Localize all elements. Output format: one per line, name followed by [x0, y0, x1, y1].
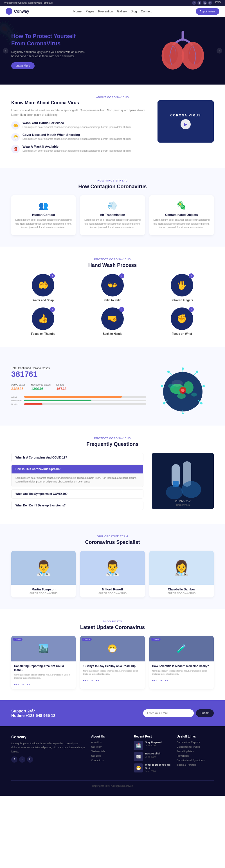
handwash-step-3: 👍 4 Focus on Thumbs: [11, 307, 75, 335]
about-grid: Know More About Corona Virus Lorem ipsum…: [11, 100, 214, 157]
team-info-1: Milford Runoff SUPER CORONAVIRUS: [80, 585, 145, 597]
about-item-1-title: Cover Nose and Mouth When Sneezing: [23, 133, 132, 136]
svg-point-27: [163, 402, 165, 404]
footer-brand-desc: Nam quis ipsum tristique fames nibh impe…: [11, 741, 85, 753]
handwash-label-2: Between Fingers: [150, 299, 214, 302]
appointment-button[interactable]: Appointment: [196, 8, 219, 14]
read-more-0[interactable]: READ MORE: [14, 683, 30, 686]
nav-prevention[interactable]: Prevention: [98, 9, 113, 13]
blog-card-0: 🏙️ COVID Consulting Reporting Area Not C…: [11, 636, 76, 689]
stats-active-value: 348525: [11, 386, 23, 391]
nav-blog[interactable]: Blog: [131, 9, 137, 13]
footer-link-about[interactable]: About Us: [91, 741, 128, 744]
faq-question-3[interactable]: What Do I Do If I Develop Symptoms?: [11, 501, 143, 510]
svg-point-29: [182, 412, 184, 414]
newsletter-text: Support 24/7 Hotline +123 548 965 12: [11, 709, 55, 718]
social-tw[interactable]: t: [197, 1, 201, 5]
blog-tag-2: COVID: [151, 638, 160, 641]
footer-link-illness[interactable]: Illness & Partners: [177, 764, 214, 766]
contagion-title: How Contagion Coronavirus: [11, 184, 214, 190]
svg-point-13: [181, 389, 185, 392]
read-more-1[interactable]: READ MORE: [83, 679, 99, 682]
about-description: Lorem ipsum dolor sit amet consectetur a…: [11, 108, 149, 117]
contagion-card-2-title: Contaminated Objects: [153, 213, 210, 216]
handwash-num-2: 3: [189, 273, 194, 278]
stats-left: Total Confirmed Corona Cases 381761 Acti…: [11, 367, 146, 406]
video-play-button[interactable]: ▶: [181, 119, 191, 129]
footer-link-prevention[interactable]: Prevention: [177, 754, 214, 757]
handwash-num-4: 5: [119, 307, 124, 312]
stats-recovered: Recovered cases 139046: [31, 383, 51, 391]
hero-next-arrow[interactable]: ›: [217, 48, 222, 54]
hero-learn-more-button[interactable]: Learn More: [11, 62, 35, 69]
svg-point-37: [166, 485, 183, 499]
svg-text:Coronavirus: Coronavirus: [176, 504, 190, 506]
stats-bars: Active Recovered Deaths: [11, 396, 146, 406]
footer-social-in[interactable]: in: [27, 756, 33, 763]
contagion-card-0: 👥 Human Contact Lorem ipsum dolor sit am…: [11, 195, 76, 235]
newsletter-section: Support 24/7 Hotline +123 548 965 12 Sub…: [0, 700, 225, 726]
newsletter-submit-button[interactable]: Submit: [196, 709, 214, 717]
stats-label: Total Confirmed Corona Cases: [11, 367, 146, 370]
hero-prev-arrow[interactable]: ‹: [3, 48, 8, 54]
social-yt[interactable]: ▶: [208, 1, 212, 5]
lang-selector[interactable]: ENG: [215, 1, 221, 5]
svg-line-16: [194, 373, 196, 375]
handwash-step-2: 🖐️ 3 Between Fingers: [150, 274, 214, 302]
social-fb[interactable]: f: [192, 1, 196, 5]
faq-answer-1: Lorem ipsum dolor sit amet consectetur a…: [11, 473, 143, 487]
bar-active-label: Active: [11, 396, 23, 398]
contagion-cards: 👥 Human Contact Lorem ipsum dolor sit am…: [11, 195, 214, 235]
footer-link-reports[interactable]: Coronavirus Reports: [177, 741, 214, 744]
social-in[interactable]: in: [203, 1, 207, 5]
footer-link-constitutional[interactable]: Constitutional Symptoms: [177, 759, 214, 762]
handwash-label-3: Focus on Thumbs: [11, 332, 75, 335]
newsletter-email-input[interactable]: [143, 709, 194, 717]
footer-link-guidelines[interactable]: Guidelines for Public: [177, 745, 214, 748]
footer-link-contact[interactable]: Contact Us: [91, 759, 128, 762]
contaminated-objects-icon: 🦠: [153, 201, 210, 210]
read-more-2[interactable]: READ MORE: [152, 679, 168, 682]
human-contact-icon: 👥: [15, 201, 72, 210]
footer-about-links: About Us Our Team Testimonials Our Blog …: [91, 741, 128, 762]
footer-link-blog[interactable]: Our Blog: [91, 754, 128, 757]
footer-link-team[interactable]: Our Team: [91, 745, 128, 748]
contagion-card-2-text: Lorem ipsum dolor sit amet consectetur a…: [153, 218, 210, 230]
stats-deaths: Deaths 16743: [56, 383, 66, 391]
nav-pages[interactable]: Pages: [85, 9, 94, 13]
blog-card-2: 🧪 COVID How Scientific Is Modern Medicin…: [149, 636, 214, 689]
handwash-num-5: 6: [189, 307, 194, 312]
about-video[interactable]: CORONA VIRUS ▶: [157, 100, 214, 143]
footer-useful-links: Coronavirus Reports Guidelines for Publi…: [177, 741, 214, 766]
footer-link-travel[interactable]: Travel Updates: [177, 750, 214, 753]
contagion-card-0-text: Lorem ipsum dolor sit amet consectetur a…: [15, 218, 72, 230]
footer-post-img-0: 🏥: [134, 741, 143, 750]
footer-link-testimonials[interactable]: Testimonials: [91, 750, 128, 753]
footer-social-tw[interactable]: t: [19, 756, 25, 763]
footer-post-title-2: What to Do If You are Sick: [145, 764, 171, 770]
faq-question-2[interactable]: What Are The Symptoms of COVID-19?: [11, 490, 143, 498]
stats-active-label: Active cases: [11, 383, 26, 386]
faq-question-1[interactable]: How Is This Coronavirus Spread?: [11, 465, 143, 473]
faq-image: 2019-nCoV Coronavirus: [152, 453, 214, 509]
footer-post-img-1: 📰: [134, 752, 143, 761]
handwash-step-5: ✊ 6 Focus on Wrist: [150, 307, 214, 335]
footer-recent-col: Recent Post 🏥 Stay Prepared June 2020 📰 …: [134, 735, 171, 775]
footer-social-fb[interactable]: f: [11, 756, 17, 763]
blog-body-0: Consulting Reporting Area Not Could More…: [11, 661, 76, 689]
svg-point-15: [182, 368, 184, 370]
nav-gallery[interactable]: Gallery: [117, 9, 127, 13]
blog-body-2: How Scientific Is Modern Medicine Really…: [149, 661, 214, 685]
blog-text-0: Nam quis ipsum tristique fames nib. Lore…: [14, 673, 73, 679]
faq-content: What Is A Coronavirus And COVID-19? How …: [11, 453, 214, 513]
svg-point-21: [200, 402, 202, 404]
nav-home[interactable]: Home: [73, 9, 82, 13]
sneeze-icon: 😷: [11, 133, 20, 142]
blog-text-1: Nam quis ipsum tristique fames nib. Lore…: [83, 669, 142, 676]
handwash-icon: 🤲: [11, 121, 20, 130]
team-role-0: SUPER CORONAVIRUS: [14, 592, 73, 595]
about-section: ABOUT CORONAVIRUS Know More About Corona…: [0, 85, 225, 168]
nav-contact[interactable]: Contact: [141, 9, 152, 13]
footer-brand: Conway Nam quis ipsum tristique fames ni…: [11, 735, 85, 775]
faq-question-0[interactable]: What Is A Coronavirus And COVID-19?: [11, 453, 143, 462]
